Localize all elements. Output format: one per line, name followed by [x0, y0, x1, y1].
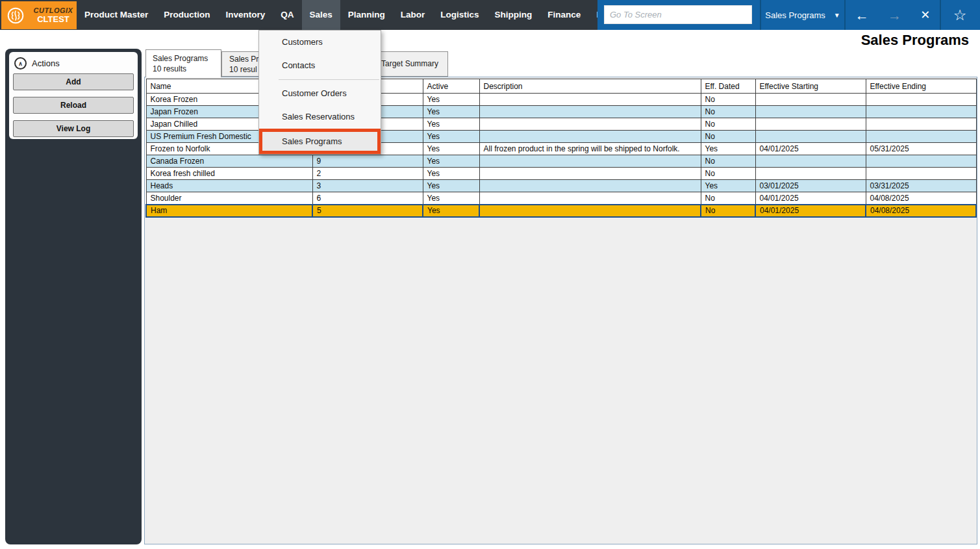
cell-eff-dated[interactable]: No — [701, 155, 755, 168]
cell-effective-starting[interactable] — [755, 106, 866, 118]
cell-eff-dated[interactable]: No — [701, 205, 755, 217]
menu-item-customer-orders[interactable]: Customer Orders — [259, 82, 381, 105]
nav-item-product-master[interactable]: Product Master — [77, 0, 156, 30]
reload-button[interactable]: Reload — [13, 97, 134, 114]
cell-active[interactable]: Yes — [423, 94, 479, 106]
column-header-effective-ending[interactable]: Effective Ending — [866, 79, 976, 94]
forward-arrow-icon[interactable]: → — [888, 8, 901, 22]
cell-description[interactable] — [479, 94, 701, 106]
cell-num[interactable]: 2 — [312, 168, 423, 180]
table-row-korea-fresh-chilled[interactable]: Korea fresh chilled2YesNo — [146, 168, 976, 180]
cell-description[interactable] — [479, 106, 701, 118]
nav-item-production[interactable]: Production — [156, 0, 218, 30]
nav-item-planning[interactable]: Planning — [340, 0, 393, 30]
cell-description[interactable] — [479, 118, 701, 131]
cell-effective-ending[interactable] — [866, 106, 976, 118]
cell-active[interactable]: Yes — [423, 168, 479, 180]
cell-effective-ending[interactable] — [866, 94, 976, 106]
cell-effective-starting[interactable] — [755, 155, 866, 168]
cell-effective-starting[interactable]: 03/01/2025 — [755, 180, 866, 192]
cell-eff-dated[interactable]: No — [701, 168, 755, 180]
cell-active[interactable]: Yes — [423, 205, 479, 217]
cell-description[interactable] — [479, 155, 701, 168]
cell-effective-ending[interactable]: 04/08/2025 — [866, 205, 976, 217]
cell-active[interactable]: Yes — [423, 118, 479, 131]
cell-eff-dated[interactable]: No — [701, 192, 755, 205]
cell-active[interactable]: Yes — [423, 192, 479, 205]
cell-active[interactable]: Yes — [423, 155, 479, 168]
cell-eff-dated[interactable]: Yes — [701, 180, 755, 192]
cell-effective-starting[interactable]: 04/01/2025 — [755, 192, 866, 205]
table-row-heads[interactable]: Heads3YesYes03/01/202503/31/2025 — [146, 180, 976, 192]
menu-item-customers[interactable]: Customers — [259, 31, 381, 54]
cell-description[interactable] — [479, 192, 701, 205]
nav-item-labor[interactable]: Labor — [393, 0, 433, 30]
cell-eff-dated[interactable]: Yes — [701, 143, 755, 155]
cell-eff-dated[interactable]: No — [701, 106, 755, 118]
chevron-down-icon: ▼ — [834, 12, 840, 19]
view-log-button[interactable]: View Log — [13, 120, 134, 137]
goto-screen-input[interactable] — [604, 5, 752, 24]
cell-effective-ending[interactable] — [866, 118, 976, 131]
close-icon[interactable]: ✕ — [920, 9, 930, 21]
screen-selector-dropdown[interactable]: Sales Programs ▼ — [761, 0, 844, 30]
table-row-shoulder[interactable]: Shoulder6YesNo04/01/202504/08/2025 — [146, 192, 976, 205]
add-button[interactable]: Add — [13, 73, 134, 90]
cell-effective-ending[interactable]: 04/08/2025 — [866, 192, 976, 205]
cell-name[interactable]: Korea fresh chilled — [146, 168, 312, 180]
cell-description[interactable] — [479, 131, 701, 143]
back-arrow-icon[interactable]: ← — [855, 8, 869, 22]
nav-item-inventory[interactable]: Inventory — [218, 0, 273, 30]
column-header-active[interactable]: Active — [423, 79, 479, 94]
tab-sales-programs-active[interactable]: Sales Programs 10 results — [145, 49, 221, 77]
column-header-eff-dated[interactable]: Eff. Dated — [701, 79, 755, 94]
column-header-effective-starting[interactable]: Effective Starting — [755, 79, 866, 94]
nav-item-finance[interactable]: Finance — [540, 0, 588, 30]
nav-item-logistics[interactable]: Logistics — [433, 0, 486, 30]
cell-effective-ending[interactable] — [866, 168, 976, 180]
cell-name[interactable]: Heads — [146, 180, 312, 192]
cell-effective-ending[interactable] — [866, 155, 976, 168]
cell-name[interactable]: Ham — [146, 205, 312, 217]
cell-active[interactable]: Yes — [423, 180, 479, 192]
history-controls: ← → ✕ — [846, 0, 940, 30]
nav-item-shipping[interactable]: Shipping — [487, 0, 540, 30]
cell-num[interactable]: 3 — [312, 180, 423, 192]
cell-num[interactable]: 9 — [312, 155, 423, 168]
app-logo[interactable]: CUTLOGIX CLTEST — [1, 1, 77, 29]
cell-effective-starting[interactable] — [755, 131, 866, 143]
logo-primary-text: CUTLOGIX — [30, 6, 77, 14]
menu-item-sales-reservations[interactable]: Sales Reservations — [259, 105, 381, 129]
cell-effective-ending[interactable]: 05/31/2025 — [866, 143, 976, 155]
table-row-canada-frozen[interactable]: Canada Frozen9YesNo — [146, 155, 976, 168]
cell-effective-starting[interactable]: 04/01/2025 — [755, 143, 866, 155]
cell-eff-dated[interactable]: No — [701, 118, 755, 131]
cell-num[interactable]: 6 — [312, 192, 423, 205]
cell-effective-ending[interactable] — [866, 131, 976, 143]
nav-item-qa[interactable]: QA — [273, 0, 301, 30]
cell-active[interactable]: Yes — [423, 106, 479, 118]
cell-num[interactable]: 5 — [312, 205, 423, 217]
table-row-ham[interactable]: Ham5YesNo04/01/202504/08/2025 — [146, 205, 976, 217]
menu-item-sales-programs[interactable]: Sales Programs — [259, 129, 381, 154]
cell-effective-ending[interactable]: 03/31/2025 — [866, 180, 976, 192]
cell-eff-dated[interactable]: No — [701, 94, 755, 106]
cell-effective-starting[interactable]: 04/01/2025 — [755, 205, 866, 217]
favorite-star-icon[interactable]: ☆ — [940, 0, 980, 30]
cell-description[interactable] — [479, 180, 701, 192]
menu-item-contacts[interactable]: Contacts — [259, 54, 381, 77]
cell-description[interactable] — [479, 205, 701, 217]
cell-effective-starting[interactable] — [755, 168, 866, 180]
collapse-panel-button[interactable]: ∧ — [14, 57, 27, 70]
cell-description[interactable] — [479, 168, 701, 180]
cell-effective-starting[interactable] — [755, 94, 866, 106]
cell-name[interactable]: Shoulder — [146, 192, 312, 205]
cell-name[interactable]: Canada Frozen — [146, 155, 312, 168]
cell-active[interactable]: Yes — [423, 143, 479, 155]
cell-active[interactable]: Yes — [423, 131, 479, 143]
cell-effective-starting[interactable] — [755, 118, 866, 131]
cell-eff-dated[interactable]: No — [701, 131, 755, 143]
column-header-description[interactable]: Description — [479, 79, 701, 94]
nav-item-sales[interactable]: Sales — [302, 0, 340, 30]
cell-description[interactable]: All frozen product in the spring will be… — [479, 143, 701, 155]
